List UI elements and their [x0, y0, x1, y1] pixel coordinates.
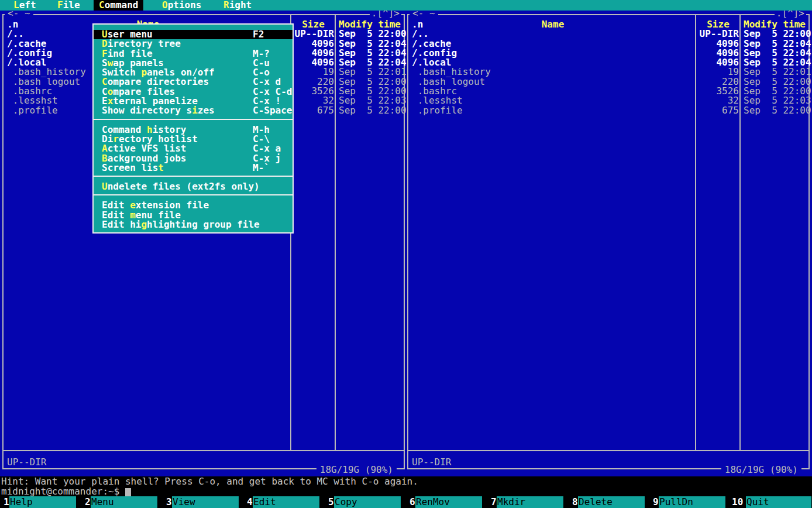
menubar-item-file[interactable]: File — [52, 0, 85, 11]
panel-header: .n Name Size Modify time — [408, 20, 808, 29]
menubar-item-options[interactable]: Options — [157, 0, 207, 11]
fkey-label: Delete — [578, 496, 645, 508]
fkey-number: 6 — [410, 496, 415, 508]
menu-item-shortcut: C-Space — [253, 106, 292, 115]
ministatus: UP--DIR — [412, 458, 451, 467]
file-mtime: Sep 5 22:00 — [739, 106, 811, 115]
free-space-label: 18G/19G (90%) — [316, 465, 397, 475]
file-name: .bash_logout — [408, 77, 697, 87]
mtime-column-header[interactable]: Modify time — [334, 20, 401, 29]
file-name: /.local — [408, 58, 697, 67]
fkey-number: 7 — [491, 496, 497, 508]
right-panel: <- ~ .[^]> .n Name Size Modify time /..U… — [407, 14, 810, 469]
function-key-bar: 1Help2Menu3View4Edit5Copy6RenMov7Mkdir8D… — [0, 496, 812, 508]
menu-section: Command historyM-hDirectory hotlistC-\Ac… — [94, 119, 293, 176]
file-size: 675 — [293, 106, 334, 115]
hint-line: Hint: Want your plain shell? Press C-o, … — [1, 477, 418, 486]
file-name: .bashrc — [408, 87, 697, 96]
fkey-number: 1 — [4, 496, 9, 508]
mc-screen: LeftFileCommandOptionsRight <- ~ .[^]> .… — [0, 0, 812, 508]
menu-item-text-pre: Show directory s — [102, 105, 192, 116]
menu-item-shortcut: F2 — [253, 30, 264, 39]
menubar: LeftFileCommandOptionsRight — [0, 0, 812, 11]
fkey-label: Menu — [91, 496, 157, 508]
fkey-label: Copy — [334, 496, 401, 508]
menu-item-show-directory-sizes[interactable]: Show directory sizesC-Space — [94, 106, 293, 115]
fkey-number: 2 — [85, 496, 91, 508]
menubar-label-rest: ile — [63, 0, 80, 11]
fkey-label: Quit — [746, 496, 811, 508]
menubar-label-rest: ptions — [168, 0, 202, 11]
menu-section: Edit extension fileEdit menu fileEdit hi… — [94, 194, 293, 232]
menubar-hotkey-letter: C — [99, 0, 105, 11]
fkey-button-delete[interactable]: 8Delete — [569, 496, 650, 508]
file-name: .lesshst — [408, 96, 697, 105]
fkey-number: 4 — [247, 496, 253, 508]
file-name: /.cache — [408, 39, 697, 49]
menu-item-screen-list[interactable]: Screen listM-` — [94, 163, 293, 173]
menubar-label-rest: eft — [19, 0, 36, 11]
workspace: <- ~ .[^]> .n Name Size Modify time /..U… — [0, 11, 812, 476]
menubar-label-rest: ommand — [105, 0, 139, 11]
menu-item-hotkey: g — [141, 219, 147, 230]
sort-indicator: .n — [7, 20, 18, 29]
fkey-button-help[interactable]: 1Help — [0, 496, 81, 508]
file-mtime: Sep 5 22:00 — [334, 106, 407, 115]
menubar-hotkey-letter: O — [162, 0, 168, 11]
menu-item-edit-highlighting-group-file[interactable]: Edit highlighting group file — [94, 220, 293, 229]
file-name: .bash_history — [408, 67, 697, 77]
fkey-button-pulldn[interactable]: 9PullDn — [649, 496, 731, 508]
sort-indicator: .n — [412, 20, 423, 29]
size-column-header[interactable]: Size — [697, 20, 739, 29]
fkey-button-renmov[interactable]: 6RenMov — [406, 496, 487, 508]
fkey-label: View — [172, 496, 239, 508]
menu-item-text-post: hlighting group file — [147, 219, 260, 230]
fkey-button-mkdir[interactable]: 7Mkdir — [487, 496, 569, 508]
fkey-button-edit[interactable]: 4Edit — [243, 496, 325, 508]
command-line[interactable]: midnight@commander:~$ — [1, 487, 131, 496]
menu-item-text-post: ndelete files (ext2fs only) — [108, 181, 260, 192]
fkey-number: 10 — [732, 496, 743, 508]
text-cursor — [125, 488, 131, 497]
file-list: .n Name Size Modify time /..UP--DIRSep 5… — [408, 20, 808, 115]
mtime-column-header[interactable]: Modify time — [739, 20, 806, 29]
menubar-item-right[interactable]: Right — [218, 0, 257, 11]
menu-item-undelete-files-ext2fs-only[interactable]: Undelete files (ext2fs only) — [94, 182, 293, 191]
menu-item-text-pre: Screen lis — [102, 162, 158, 173]
menubar-label-rest: ight — [229, 0, 252, 11]
shell-prompt: midnight@commander:~$ — [1, 486, 119, 497]
size-column-header[interactable]: Size — [293, 20, 334, 29]
menu-section: User menuF2Directory treeFind fileM-?Swa… — [94, 25, 293, 119]
menubar-item-command[interactable]: Command — [94, 0, 143, 11]
menu-section: Undelete files (ext2fs only) — [94, 176, 293, 194]
name-column-header[interactable]: Name — [408, 20, 697, 29]
fkey-button-view[interactable]: 3View — [163, 496, 244, 508]
menu-item-text-post: zes — [198, 105, 215, 116]
fkey-label: Edit — [253, 496, 319, 508]
fkey-number: 8 — [572, 496, 578, 508]
fkey-label: PullDn — [659, 496, 725, 508]
free-space-label: 18G/19G (90%) — [721, 465, 801, 475]
menu-item-text-pre: Edit hi — [102, 219, 141, 230]
menubar-hotkey-letter: F — [57, 0, 63, 11]
fkey-label: Help — [9, 496, 76, 508]
fkey-label: RenMov — [415, 496, 482, 508]
menubar-item-left[interactable]: Left — [8, 0, 42, 11]
fkey-number: 9 — [653, 496, 659, 508]
menu-item-hotkey: U — [102, 181, 108, 192]
ministatus: UP--DIR — [7, 458, 46, 467]
menu-item-hotkey: t — [158, 162, 164, 173]
fkey-button-copy[interactable]: 5Copy — [325, 496, 406, 508]
fkey-button-menu[interactable]: 2Menu — [81, 496, 163, 508]
ministatus-separator — [4, 450, 404, 451]
fkey-button-quit[interactable]: 10Quit — [731, 496, 812, 508]
file-row[interactable]: .profile675Sep 5 22:00 — [408, 106, 808, 115]
file-name: /.config — [408, 49, 697, 58]
file-name: .profile — [408, 106, 697, 115]
command-menu-dropdown: User menuF2Directory treeFind fileM-?Swa… — [92, 23, 294, 234]
menubar-hotkey-letter: L — [13, 0, 19, 11]
menu-item-hotkey: i — [192, 105, 198, 116]
menu-item-shortcut: M-` — [253, 163, 270, 173]
file-name: /.. — [408, 29, 697, 39]
fkey-number: 5 — [328, 496, 334, 508]
